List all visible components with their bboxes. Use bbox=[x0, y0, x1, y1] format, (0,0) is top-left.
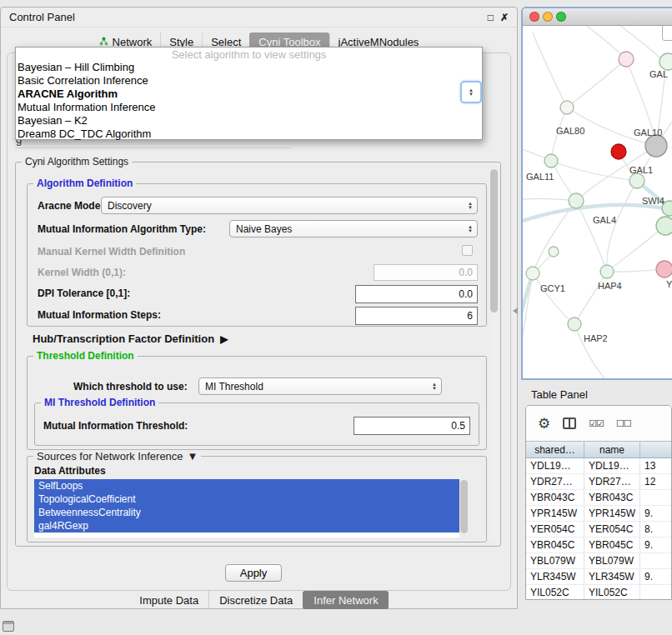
column-layout-icon[interactable] bbox=[563, 418, 576, 429]
table-cell: 9. bbox=[640, 538, 672, 552]
zoom-button[interactable] bbox=[556, 12, 566, 22]
table-row[interactable]: YDL19…YDL19…13 bbox=[526, 458, 671, 474]
which-threshold-value: MI Threshold bbox=[205, 381, 432, 392]
splitter-handle-icon[interactable] bbox=[513, 308, 518, 314]
minimized-panel-icon[interactable] bbox=[3, 621, 14, 632]
attribute-item-topologicalcoefficient[interactable]: TopologicalCoefficient bbox=[34, 492, 469, 506]
node-gal80[interactable] bbox=[560, 101, 574, 114]
attribute-item-betweennesscentrality[interactable]: BetweennessCentrality bbox=[34, 506, 469, 519]
dropdown-placeholder: Select algorithm to view settings bbox=[16, 49, 482, 61]
node-gal11[interactable] bbox=[544, 154, 558, 168]
table-row[interactable]: YBL079WYBL079W bbox=[526, 553, 671, 569]
mi-algorithm-type-select[interactable]: Naive Bayes ▲▼ bbox=[229, 220, 478, 238]
table-cell: 13 bbox=[640, 458, 672, 473]
expanded-arrow-icon[interactable]: ▼ bbox=[188, 450, 198, 462]
table-row[interactable]: YER054CYER054C8. bbox=[526, 522, 671, 538]
mi-algorithm-type-value: Naive Bayes bbox=[236, 223, 468, 235]
table-cell: YDR27… bbox=[584, 474, 640, 489]
sources-for-network-inference-group: Sources for Network Inference ▼ Data Att… bbox=[27, 456, 487, 542]
column-header-extra[interactable] bbox=[640, 442, 672, 458]
combo-arrows-icon: ▲▼ bbox=[468, 202, 473, 210]
algorithm-option-dream8-dc-tdc-algorithm[interactable]: Dream8 DC_TDC Algorithm bbox=[16, 128, 482, 141]
node-pink-right[interactable] bbox=[656, 261, 672, 278]
mi-threshold-input[interactable] bbox=[354, 417, 470, 435]
minimize-button[interactable] bbox=[543, 12, 553, 22]
node-gal1[interactable] bbox=[629, 173, 644, 188]
algorithm-combobox-button[interactable]: ▲▼ bbox=[460, 81, 482, 103]
mi-threshold-definition-group: MI Threshold Definition Mutual Informati… bbox=[34, 402, 479, 446]
node-hap2[interactable] bbox=[568, 318, 581, 331]
aracne-mode-select[interactable]: Discovery ▲▼ bbox=[101, 197, 478, 214]
node-green-right[interactable] bbox=[656, 217, 672, 235]
close-panel-icon[interactable]: ✗ bbox=[500, 12, 509, 23]
table-row[interactable]: YDR27…YDR27…12 bbox=[526, 474, 671, 490]
algorithm-definition-group: Algorithm Definition Aracne Mode: Discov… bbox=[27, 183, 487, 327]
table-row[interactable]: YBR043CYBR043C bbox=[526, 490, 671, 506]
collapsed-arrow-icon[interactable]: ▶ bbox=[220, 333, 228, 345]
kernel-width-input[interactable] bbox=[374, 264, 478, 281]
apply-button[interactable]: Apply bbox=[225, 564, 282, 582]
algorithm-option-bayesian-k2[interactable]: Bayesian – K2 bbox=[16, 114, 482, 128]
algorithm-option-mutual-information-inference[interactable]: Mutual Information Inference bbox=[16, 101, 482, 114]
settings-gear-icon[interactable]: ⚙ bbox=[538, 415, 550, 432]
float-window-icon[interactable]: □ bbox=[488, 12, 494, 23]
table-cell: YER054C bbox=[584, 522, 640, 537]
attributes-scrollbar-thumb[interactable] bbox=[460, 480, 468, 533]
node-gal-top[interactable] bbox=[659, 53, 672, 70]
table-cell: YBR043C bbox=[526, 490, 584, 505]
hub-transcription-factor-section[interactable]: Hub/Transcription Factor Definition ▶ bbox=[33, 332, 228, 345]
settings-scrollbar[interactable] bbox=[489, 168, 499, 541]
node-label-gal: GAL bbox=[649, 69, 668, 79]
data-attributes-list[interactable]: SelfLoopsTopologicalCoefficientBetweenne… bbox=[34, 479, 469, 538]
bottom-tab-impute-data[interactable]: Impute Data bbox=[129, 591, 208, 609]
table-row[interactable]: YLR345WYLR345W9. bbox=[526, 569, 671, 585]
select-columns-icon[interactable]: ☑☑ bbox=[589, 418, 604, 429]
node-label-gal1: GAL1 bbox=[629, 165, 653, 175]
window-control-fragment bbox=[662, 26, 672, 41]
manual-kernel-width-checkbox[interactable] bbox=[462, 245, 473, 256]
node-gcy1[interactable] bbox=[526, 267, 539, 280]
node-small[interactable] bbox=[549, 247, 559, 257]
dpi-tolerance-input[interactable] bbox=[355, 285, 478, 303]
attribute-item-selfloops[interactable]: SelfLoops bbox=[34, 479, 469, 492]
table-row[interactable]: YPR145WYPR145W9. bbox=[526, 506, 671, 522]
node-gal4[interactable] bbox=[569, 193, 584, 208]
threshold-definition-title: Threshold Definition bbox=[33, 350, 138, 362]
node-label-gcy1: GCY1 bbox=[540, 283, 565, 293]
deselect-columns-icon[interactable]: ☐☐ bbox=[616, 418, 631, 429]
aracne-mode-value: Discovery bbox=[108, 200, 468, 212]
manual-kernel-width-label: Manual Kernel Width Definition bbox=[38, 246, 185, 258]
control-panel-titlebar[interactable]: Control Panel □ ✗ bbox=[1, 8, 517, 28]
table-row[interactable]: YIL052CYIL052C bbox=[526, 585, 671, 600]
attributes-scrollbar[interactable] bbox=[459, 479, 469, 538]
node-pink-top[interactable] bbox=[619, 52, 634, 67]
mi-steps-label: Mutual Information Steps: bbox=[38, 309, 161, 321]
which-threshold-select[interactable]: MI Threshold ▲▼ bbox=[198, 378, 442, 395]
combo-arrows-icon: ▲▼ bbox=[469, 88, 474, 97]
node-gal10[interactable] bbox=[645, 135, 667, 157]
table-cell: YBL079W bbox=[526, 553, 584, 568]
close-button[interactable] bbox=[529, 12, 539, 22]
sources-group-title[interactable]: Sources for Network Inference ▼ bbox=[33, 450, 201, 462]
algorithm-option-bayesian-hill-climbing[interactable]: Bayesian – Hill Climbing bbox=[16, 61, 482, 74]
node-hap4[interactable] bbox=[600, 265, 614, 278]
attribute-item-gal4rgexp[interactable]: gal4RGexp bbox=[34, 519, 469, 532]
hidden-row-divider bbox=[15, 148, 291, 148]
algorithm-option-basic-correlation-inference[interactable]: Basic Correlation Inference bbox=[16, 74, 482, 88]
algorithm-option-aracne-algorithm[interactable]: ARACNE Algorithm bbox=[16, 88, 482, 101]
column-header-name[interactable]: name bbox=[584, 442, 640, 458]
control-panel-window: Control Panel □ ✗ NetworkStyleSelectCyni… bbox=[0, 7, 518, 609]
bottom-tab-infer-network[interactable]: Infer Network bbox=[303, 591, 388, 609]
network-canvas[interactable]: GALGAL80GAL10GAL11GAL1SWI4GAL4GCY1HAP4YH… bbox=[523, 26, 672, 378]
column-header-shared[interactable]: shared… bbox=[526, 442, 584, 458]
mi-steps-input[interactable] bbox=[355, 307, 478, 325]
table-row[interactable]: YBR045CYBR045C9. bbox=[526, 538, 671, 553]
table-cell: YLR345W bbox=[526, 569, 584, 584]
settings-scrollbar-thumb[interactable] bbox=[490, 169, 498, 312]
network-window-titlebar[interactable] bbox=[523, 8, 672, 26]
node-red[interactable] bbox=[611, 144, 626, 159]
node-label-hap4: HAP4 bbox=[598, 281, 622, 291]
table-cell: YBR045C bbox=[526, 538, 584, 552]
threshold-definition-group: Threshold Definition Which threshold to … bbox=[27, 356, 487, 450]
bottom-tab-discretize-data[interactable]: Discretize Data bbox=[208, 591, 303, 609]
